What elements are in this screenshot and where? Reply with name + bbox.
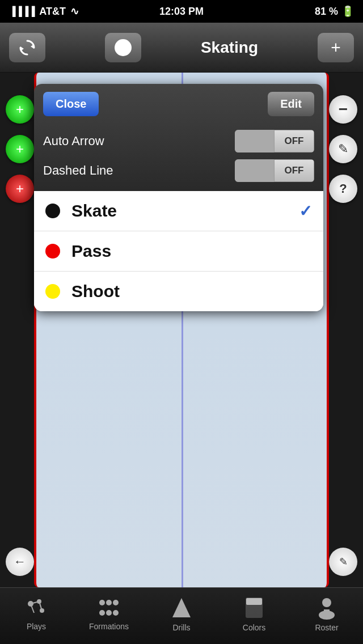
- status-bar: ▐▐▐▐ AT&T ∿ 12:03 PM 81 % 🔋: [0, 0, 363, 23]
- shoot-dot: [45, 284, 60, 299]
- status-time: 12:03 PM: [159, 6, 204, 18]
- pencil-icon: ✎: [338, 142, 348, 156]
- tab-colors-label: Colors: [243, 623, 265, 632]
- modal-header: Close Edit: [34, 84, 323, 124]
- record-button[interactable]: [105, 33, 141, 62]
- list-item-shoot[interactable]: Shoot: [34, 272, 323, 311]
- right-side-buttons: − ✎ ?: [329, 95, 357, 203]
- signal-icon: ▐▐▐▐: [9, 6, 35, 16]
- add-button[interactable]: +: [318, 33, 354, 62]
- tab-formations-label: Formations: [89, 622, 129, 631]
- page-title: Skating: [201, 39, 258, 57]
- skate-label: Skate: [71, 201, 117, 221]
- close-button[interactable]: Close: [43, 92, 99, 116]
- dashed-line-row: Dashed Line OFF: [43, 159, 314, 182]
- dashed-line-toggle[interactable]: OFF: [235, 159, 314, 182]
- tab-plays-label: Plays: [27, 622, 46, 631]
- svg-point-10: [113, 600, 119, 605]
- tab-formations[interactable]: Formations: [73, 588, 145, 644]
- svg-marker-1: [20, 46, 24, 51]
- svg-point-11: [99, 610, 105, 616]
- add-player-button-1[interactable]: +: [6, 95, 34, 124]
- wifi-icon: ∿: [70, 5, 79, 18]
- record-dot: [115, 39, 132, 56]
- auto-arrow-toggle[interactable]: OFF: [235, 130, 314, 152]
- refresh-button[interactable]: [9, 33, 45, 62]
- pencil-button[interactable]: ✎: [329, 135, 357, 163]
- tab-plays[interactable]: Plays: [0, 588, 73, 644]
- tab-roster-label: Roster: [315, 623, 338, 632]
- auto-arrow-row: Auto Arrow OFF: [43, 130, 314, 152]
- edit-right-button[interactable]: ✎: [329, 548, 357, 576]
- battery-label: 81 %: [315, 6, 338, 18]
- dashed-line-label: Dashed Line: [43, 163, 113, 178]
- auto-arrow-off: OFF: [274, 130, 314, 152]
- edit-icon: ✎: [339, 556, 348, 568]
- tab-colors[interactable]: Colors: [218, 588, 290, 644]
- skate-checkmark: ✓: [299, 202, 312, 221]
- pass-label: Pass: [71, 242, 111, 261]
- auto-arrow-label: Auto Arrow: [43, 134, 104, 149]
- modal-toggles: Auto Arrow OFF Dashed Line OFF: [34, 124, 323, 191]
- list-item-skate[interactable]: Skate ✓: [34, 191, 323, 231]
- svg-point-9: [106, 600, 112, 605]
- svg-point-12: [106, 610, 112, 616]
- roster-icon: [315, 597, 338, 620]
- dashed-line-on: [235, 159, 274, 182]
- add-player-button-3[interactable]: +: [6, 175, 34, 203]
- battery-icon: 🔋: [341, 5, 354, 18]
- svg-point-17: [322, 598, 331, 607]
- plus-icon-3: +: [16, 181, 24, 197]
- list-item-pass[interactable]: Pass: [34, 231, 323, 272]
- left-side-buttons: + + +: [6, 95, 34, 203]
- svg-point-13: [113, 610, 119, 616]
- tab-bar: Plays Formations Drills Colors: [0, 587, 363, 644]
- colors-icon: [244, 597, 264, 620]
- edit-button[interactable]: Edit: [268, 92, 314, 116]
- nav-bar: Skating +: [0, 23, 363, 73]
- add-icon: +: [331, 38, 341, 57]
- tab-roster[interactable]: Roster: [290, 588, 363, 644]
- svg-rect-19: [324, 609, 330, 617]
- status-left: ▐▐▐▐ AT&T ∿: [9, 5, 79, 18]
- plus-icon-1: +: [16, 101, 24, 117]
- arrow-left-icon: ←: [14, 554, 26, 569]
- svg-marker-14: [172, 598, 191, 617]
- svg-point-8: [99, 600, 105, 605]
- plus-icon-2: +: [16, 141, 24, 157]
- tab-drills-label: Drills: [172, 623, 190, 632]
- formations-icon: [98, 598, 120, 618]
- shoot-label: Shoot: [71, 282, 120, 301]
- status-right: 81 % 🔋: [315, 5, 354, 18]
- question-icon: ?: [339, 181, 347, 196]
- minus-icon: −: [339, 100, 348, 118]
- minus-button[interactable]: −: [329, 95, 357, 124]
- svg-marker-0: [31, 44, 34, 49]
- auto-arrow-on: [235, 130, 274, 152]
- refresh-icon: [18, 39, 36, 57]
- action-list: Skate ✓ Pass Shoot: [34, 191, 323, 311]
- dashed-line-off: OFF: [274, 159, 314, 182]
- skate-dot: [45, 204, 60, 218]
- svg-rect-16: [246, 598, 262, 605]
- add-player-button-2[interactable]: +: [6, 135, 34, 163]
- drills-icon: [171, 597, 192, 620]
- back-arrow-button[interactable]: ←: [6, 548, 34, 576]
- pass-dot: [45, 244, 60, 259]
- help-button[interactable]: ?: [329, 175, 357, 203]
- plays-icon: [25, 598, 48, 618]
- tab-drills[interactable]: Drills: [145, 588, 218, 644]
- modal-panel: Close Edit Auto Arrow OFF Dashed Line OF…: [34, 84, 323, 311]
- carrier-label: AT&T: [39, 6, 66, 18]
- main-area: + + + − ✎ ? ← ✎ Close Edit: [0, 73, 363, 587]
